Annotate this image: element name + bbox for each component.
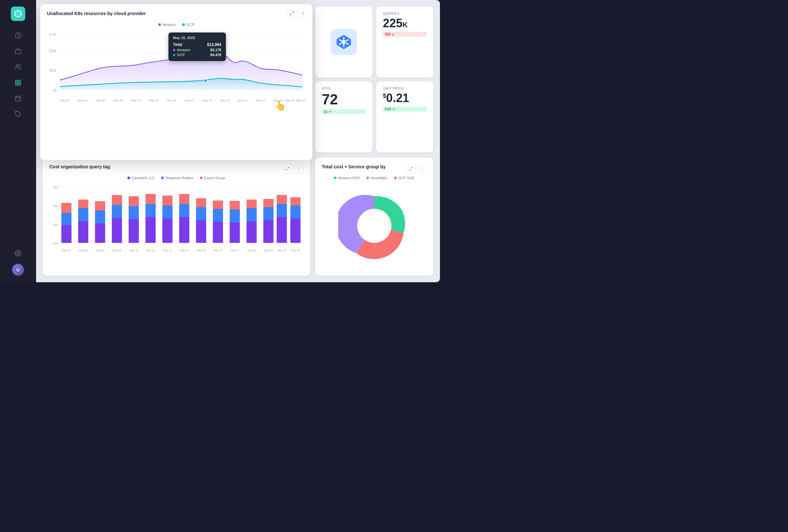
more-options-button[interactable] <box>298 9 308 18</box>
unallocated-chart-area: $75K $50K $25K $0 <box>47 29 306 108</box>
donut-expand-button[interactable] <box>407 164 416 173</box>
svg-rect-95 <box>247 208 257 221</box>
svg-rect-7 <box>16 96 21 101</box>
amazon-label: Amazon <box>162 23 176 26</box>
svg-rect-67 <box>95 224 105 243</box>
svg-text:May 26: May 26 <box>274 99 283 102</box>
svg-rect-93 <box>230 201 240 209</box>
svg-text:$3K: $3K <box>53 204 58 208</box>
tooltip-row-gcp: GCP $4,478 <box>173 53 221 57</box>
svg-rect-66 <box>78 200 88 208</box>
svg-rect-98 <box>263 207 274 220</box>
legend-singleton: Singleton-Robers <box>161 176 193 180</box>
donut-chart-actions <box>407 164 427 173</box>
svg-rect-3 <box>16 80 18 82</box>
donut-more-button[interactable] <box>418 164 427 173</box>
svg-rect-103 <box>290 219 300 243</box>
settings-icon[interactable] <box>12 247 25 260</box>
svg-text:May 12: May 12 <box>149 99 159 102</box>
svg-rect-82 <box>179 217 190 243</box>
sidebar-item-briefcase[interactable] <box>12 45 25 58</box>
tooltip-amazon-dot <box>173 49 175 51</box>
svg-text:$2K: $2K <box>53 223 58 226</box>
svg-rect-1 <box>16 50 21 54</box>
sidebar-item-tags[interactable] <box>12 108 25 121</box>
svg-rect-88 <box>213 222 223 243</box>
amazon-dot <box>158 23 161 26</box>
svg-text:May 08: May 08 <box>113 99 123 102</box>
queries-value: 225K <box>383 17 427 29</box>
k8s-card <box>315 6 372 78</box>
svg-text:May 24: May 24 <box>247 249 256 252</box>
cost-org-card: Cost organization query tag <box>43 158 310 276</box>
cost-org-more-button[interactable] <box>294 164 303 173</box>
svg-rect-64 <box>78 221 88 243</box>
svg-text:May 14: May 14 <box>163 249 172 252</box>
sidebar-item-calendar[interactable] <box>12 92 25 105</box>
svg-rect-80 <box>162 205 172 219</box>
svg-text:May 08: May 08 <box>113 249 121 252</box>
tooltip-row-total: Total $12,964 <box>173 42 221 47</box>
svg-rect-61 <box>61 225 72 243</box>
app-logo[interactable] <box>11 6 25 21</box>
user-avatar[interactable]: U <box>12 264 24 276</box>
cost-org-svg: $4K $3K $2K $1K <box>49 183 303 261</box>
svg-text:May 18: May 18 <box>197 249 205 252</box>
svg-rect-79 <box>162 219 172 243</box>
tooltip-row-amazon: Amazon $5,178 <box>173 48 221 52</box>
kpi-row-2: KPIs 72 11 ↗ UNIT PRICE $0.21 0.01 ↗ <box>315 81 433 152</box>
svg-rect-72 <box>112 195 122 205</box>
svg-text:May 10: May 10 <box>131 99 140 102</box>
svg-rect-90 <box>213 201 223 209</box>
cost-org-legend: Campbell LLC Singleton-Robers Evans Grou… <box>49 176 303 180</box>
svg-rect-77 <box>145 204 156 217</box>
svg-point-50 <box>299 167 299 168</box>
svg-text:$50K: $50K <box>49 49 57 53</box>
sidebar-item-users[interactable] <box>12 60 25 74</box>
sidebar-item-grid[interactable] <box>12 76 25 89</box>
kpi-badge: 11 ↗ <box>322 109 366 114</box>
expand-button[interactable] <box>287 9 296 18</box>
tooltip-total-value: $12,964 <box>207 42 221 47</box>
tooltip-amazon-label: Amazon <box>173 48 190 52</box>
main-content: Unallocated K8s resources by cloud provi… <box>36 0 440 282</box>
tooltip-date: May 18, 2022 <box>173 36 221 40</box>
svg-rect-71 <box>112 205 122 218</box>
svg-point-2 <box>16 65 18 67</box>
svg-text:$75K: $75K <box>49 33 57 37</box>
svg-rect-91 <box>230 223 240 243</box>
svg-rect-84 <box>179 194 190 204</box>
svg-rect-96 <box>247 200 257 208</box>
svg-text:$1K: $1K <box>53 242 58 245</box>
cost-org-expand-button[interactable] <box>283 164 292 173</box>
svg-text:May 02: May 02 <box>62 249 71 252</box>
svg-text:May 04: May 04 <box>79 249 88 252</box>
kpi-value: 72 <box>322 92 366 107</box>
tooltip-total-label: Total <box>173 42 182 47</box>
svg-text:May 30: May 30 <box>296 99 306 102</box>
legend-campbell: Campbell LLC <box>127 176 155 180</box>
legend-gcp: GCP <box>182 23 194 26</box>
unallocated-legend: Amazon GCP <box>47 23 306 26</box>
svg-text:May 10: May 10 <box>130 249 138 252</box>
unallocated-chart-title: Unallocated K8s resources by cloud provi… <box>47 11 146 16</box>
donut-svg <box>338 190 410 262</box>
svg-text:May 28: May 28 <box>277 249 286 252</box>
svg-rect-68 <box>95 210 105 224</box>
unit-price-card: UNIT PRICE $0.21 0.01 ↗ <box>376 81 433 152</box>
svg-text:May 20: May 20 <box>213 249 222 252</box>
svg-text:May 20: May 20 <box>220 99 230 102</box>
donut-legend: Amazon EKS Snowflake GCP GKE <box>322 176 427 180</box>
unit-price-badge: 0.01 ↗ <box>383 107 427 111</box>
svg-point-12 <box>17 253 19 254</box>
svg-text:May 24: May 24 <box>256 99 265 102</box>
cost-org-actions <box>283 164 303 173</box>
svg-text:May 16: May 16 <box>184 99 194 102</box>
svg-text:$4K: $4K <box>53 186 58 189</box>
svg-rect-92 <box>230 209 240 223</box>
svg-rect-81 <box>162 196 172 205</box>
svg-rect-83 <box>179 204 190 217</box>
svg-text:May 14: May 14 <box>167 99 176 102</box>
svg-rect-99 <box>263 199 274 207</box>
sidebar-item-billing[interactable] <box>12 29 25 42</box>
